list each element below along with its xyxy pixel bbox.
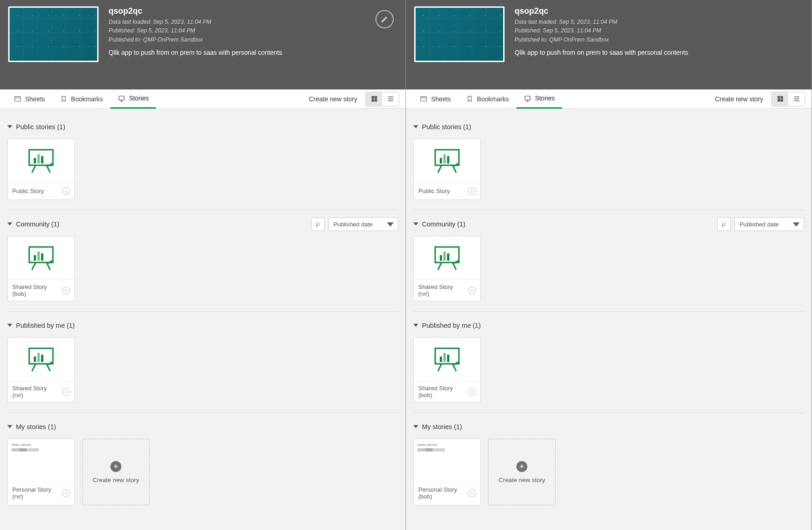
- svg-line-34: [47, 364, 50, 371]
- info-icon[interactable]: i: [468, 489, 476, 497]
- meta-publishedto: Published to: QMP OnPrem Sandbox: [109, 36, 282, 44]
- sort-field-select[interactable]: Published date: [328, 217, 398, 231]
- story-card[interactable]: Shared Story (bob)i: [7, 236, 75, 301]
- tab-label: Sheets: [25, 95, 45, 103]
- tab-stories[interactable]: Stories: [516, 89, 562, 109]
- app-thumbnail: [414, 6, 505, 62]
- tab-label: Stories: [129, 94, 149, 102]
- section-title: Published by me (1): [16, 322, 75, 329]
- edit-button[interactable]: [375, 10, 394, 28]
- collapse-toggle[interactable]: [413, 423, 418, 430]
- easel-icon: [26, 148, 56, 173]
- svg-line-52: [438, 165, 442, 173]
- app-thumbnail: [8, 6, 99, 62]
- collapse-toggle[interactable]: [7, 322, 12, 329]
- app-title: qsop2qc: [515, 6, 688, 16]
- section-title: Public stories (1): [16, 123, 65, 131]
- app-meta: qsop2qc Data last loaded: Sep 5, 2023, 1…: [109, 6, 282, 56]
- story-card[interactable]: Hello World! Personal Story (rvr)i: [7, 439, 75, 505]
- collapse-toggle[interactable]: [413, 123, 418, 131]
- tab-bar: Sheets Bookmarks Stories Create new stor…: [0, 89, 406, 109]
- create-new-story-link[interactable]: Create new story: [715, 95, 763, 103]
- info-icon[interactable]: i: [468, 388, 476, 396]
- card-thumb: [8, 338, 74, 381]
- tab-sheets[interactable]: Sheets: [412, 89, 458, 109]
- easel-icon: [26, 245, 56, 271]
- sort-direction-button[interactable]: [311, 217, 325, 231]
- collapse-toggle[interactable]: [7, 220, 12, 228]
- sheet-icon: [14, 95, 21, 103]
- svg-rect-59: [440, 255, 442, 261]
- story-card[interactable]: Hello World! Personal Story (bob)i: [413, 439, 481, 505]
- info-icon[interactable]: i: [62, 187, 70, 195]
- svg-rect-24: [37, 252, 40, 261]
- collapse-toggle[interactable]: [7, 123, 12, 131]
- section-title: Public stories (1): [422, 123, 471, 131]
- stories-content: Public stories (1) Public Storyi Communi…: [406, 109, 812, 530]
- app-description: Qlik app to push from on prem to saas wi…: [109, 49, 282, 56]
- story-card[interactable]: Public Storyi: [7, 139, 75, 200]
- tab-bookmarks[interactable]: Bookmarks: [458, 89, 516, 109]
- info-icon[interactable]: i: [62, 489, 70, 497]
- info-icon[interactable]: i: [62, 388, 70, 396]
- svg-line-69: [438, 364, 442, 371]
- easel-icon: [26, 346, 56, 372]
- tab-label: Bookmarks: [477, 95, 509, 103]
- story-card[interactable]: Shared Story (bob)i: [413, 337, 481, 403]
- section-my-stories: My stories (1) Hello World! Personal Sto…: [413, 419, 804, 505]
- card-thumb: [414, 236, 480, 279]
- list-view-button[interactable]: [788, 92, 805, 106]
- plus-icon: +: [110, 461, 121, 472]
- hello-bar: [11, 448, 39, 451]
- story-card[interactable]: Shared Story (rvr)i: [7, 337, 75, 403]
- sort-field-select[interactable]: Published date: [734, 217, 804, 231]
- svg-line-63: [453, 262, 456, 270]
- grid-view-button[interactable]: [366, 92, 382, 106]
- svg-rect-50: [443, 154, 446, 163]
- bookmark-icon: [466, 95, 474, 103]
- collapse-toggle[interactable]: [413, 220, 418, 228]
- create-new-story-link[interactable]: Create new story: [309, 95, 357, 103]
- section-community: Community (1) Published date Shared Stor…: [413, 216, 804, 301]
- card-thumb: [8, 236, 74, 279]
- meta-published: Published: Sep 5, 2023, 11:04 PM: [109, 26, 282, 35]
- info-icon[interactable]: i: [62, 287, 70, 294]
- sort-direction-button[interactable]: [717, 217, 731, 231]
- collapse-toggle[interactable]: [413, 322, 418, 329]
- svg-rect-36: [421, 97, 427, 101]
- create-story-card[interactable]: + Create new story: [82, 439, 150, 505]
- grid-view-button[interactable]: [772, 92, 788, 106]
- list-view-button[interactable]: [382, 92, 399, 106]
- svg-line-26: [32, 262, 36, 270]
- svg-rect-7: [371, 99, 374, 101]
- svg-rect-68: [447, 355, 449, 362]
- tab-stories[interactable]: Stories: [110, 89, 156, 109]
- card-title: Personal Story (bob): [418, 486, 465, 500]
- app-header: qsop2qc Data last loaded: Sep 5, 2023, 1…: [0, 0, 406, 89]
- svg-rect-8: [375, 99, 377, 101]
- card-thumb: [8, 139, 74, 182]
- caret-down-icon: [413, 323, 418, 328]
- card-thumb: Hello World!: [414, 439, 480, 482]
- app-header: qsop2qc Data last loaded: Sep 5, 2023, 1…: [406, 0, 812, 89]
- collapse-toggle[interactable]: [7, 423, 12, 430]
- pane-right: qsop2qc Data last loaded: Sep 5, 2023, 1…: [406, 0, 812, 530]
- tab-bookmarks[interactable]: Bookmarks: [52, 89, 110, 109]
- svg-rect-32: [41, 355, 43, 362]
- story-icon: [524, 94, 531, 102]
- stories-content: Public stories (1) Public Storyi Communi…: [0, 109, 406, 530]
- pencil-icon: [380, 15, 389, 23]
- card-title: Shared Story (bob): [12, 283, 59, 297]
- tab-sheets[interactable]: Sheets: [6, 89, 52, 109]
- story-card[interactable]: Shared Story (rvr)i: [413, 236, 481, 301]
- info-icon[interactable]: i: [468, 187, 476, 195]
- svg-rect-49: [440, 158, 442, 163]
- tab-label: Sheets: [431, 95, 451, 103]
- info-icon[interactable]: i: [468, 287, 476, 294]
- svg-rect-31: [37, 353, 40, 362]
- caret-down-icon: [7, 323, 12, 328]
- create-story-card[interactable]: +Create new story: [488, 439, 556, 505]
- card-thumb: [414, 139, 480, 182]
- story-card[interactable]: Public Storyi: [413, 139, 481, 200]
- svg-rect-14: [37, 154, 40, 163]
